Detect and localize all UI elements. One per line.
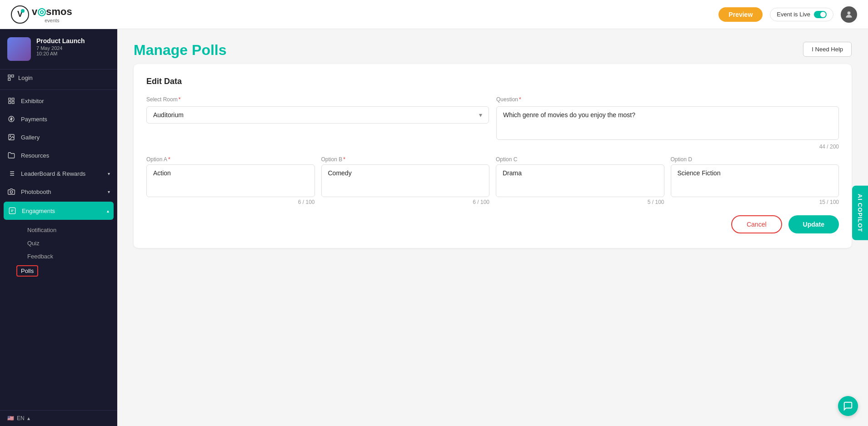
required-star-question: * (519, 96, 521, 103)
gallery-label: Gallery (21, 134, 40, 141)
leaderboard-icon (7, 169, 15, 178)
live-toggle-switch[interactable] (814, 11, 827, 18)
svg-point-10 (10, 136, 11, 137)
logo-text-group: v◎smos events (32, 6, 72, 23)
leaderboard-label: LeaderBoard & Rewards (21, 170, 85, 177)
dropdown-chevron-icon: ▾ (479, 111, 482, 119)
user-avatar[interactable] (841, 6, 857, 23)
svg-rect-2 (11, 75, 14, 77)
exhibitor-label: Exhibitor (21, 98, 44, 104)
sidebar-sub-item-polls[interactable]: Polls (16, 265, 38, 277)
sidebar-item-leaderboard[interactable]: LeaderBoard & Rewards ▾ (0, 164, 117, 183)
resources-icon (7, 151, 15, 159)
flag-icon: 🇺🇸 (7, 415, 14, 421)
chat-bubble-button[interactable] (838, 396, 858, 416)
select-room-field: Select Room * Auditorium ▾ (146, 96, 489, 150)
sidebar: Product Launch 7 May 2024 10:20 AM Login… (0, 29, 117, 426)
option-b-char-count: 6 / 100 (321, 199, 490, 205)
option-d-field: Option D Science Fiction 15 / 100 (671, 156, 839, 205)
question-char-count: 44 / 200 (496, 144, 839, 150)
option-c-input[interactable]: Drama (496, 164, 664, 197)
question-textarea[interactable]: Which genre of movies do you enjoy the m… (503, 111, 832, 133)
cancel-button[interactable]: Cancel (731, 215, 782, 233)
engagements-chevron-up-icon: ▴ (107, 208, 109, 213)
option-c-label: Option C (496, 156, 664, 163)
polls-sub-wrapper: Polls (20, 263, 117, 279)
page-title: Manage Polls (134, 42, 227, 59)
payments-icon (7, 115, 15, 123)
engagements-label: Engagments (22, 208, 55, 214)
event-date: 7 May 2024 (36, 45, 110, 51)
event-live-label: Event is Live (777, 11, 810, 18)
sidebar-sub-item-quiz[interactable]: Quiz (20, 237, 117, 250)
preview-button[interactable]: Preview (718, 7, 763, 22)
edit-data-section: Edit Data Select Room * Auditorium ▾ Que… (134, 64, 852, 248)
svg-rect-5 (12, 98, 14, 100)
lang-code: EN (17, 415, 25, 421)
select-room-label: Select Room * (146, 96, 489, 103)
svg-point-11 (10, 191, 12, 193)
question-textarea-wrapper: Which genre of movies do you enjoy the m… (496, 106, 839, 140)
required-star-room: * (179, 96, 181, 103)
option-a-char-count: 6 / 100 (146, 199, 315, 205)
main-layout: Product Launch 7 May 2024 10:20 AM Login… (0, 29, 868, 426)
gallery-icon (7, 133, 15, 141)
option-a-input[interactable]: Action (146, 164, 315, 197)
room-question-row: Select Room * Auditorium ▾ Question * Wh… (146, 96, 839, 150)
logo-brand: v◎smos (32, 6, 72, 18)
sidebar-item-resources[interactable]: Resources (0, 146, 117, 164)
leaderboard-chevron-down-icon: ▾ (108, 171, 110, 176)
question-label: Question * (496, 96, 839, 103)
event-live-toggle[interactable]: Event is Live (770, 8, 833, 21)
sidebar-sub-item-feedback[interactable]: Feedback (20, 250, 117, 263)
logo-icon: V (11, 5, 29, 24)
engagements-icon (8, 207, 16, 215)
ai-copilot-tab[interactable]: AI COPILOT (852, 186, 868, 240)
option-a-label: Option A * (146, 156, 315, 163)
option-d-char-count: 15 / 100 (671, 199, 839, 205)
option-d-input[interactable]: Science Fiction (671, 164, 839, 197)
required-star-a: * (168, 156, 170, 163)
top-navigation: V v◎smos events Preview Event is Live (0, 0, 868, 29)
engagements-sub-menu: Notification Quiz Feedback Polls (0, 221, 117, 282)
event-card: Product Launch 7 May 2024 10:20 AM (0, 29, 117, 69)
update-button[interactable]: Update (788, 215, 839, 233)
language-selector[interactable]: 🇺🇸 EN ▴ (0, 410, 117, 426)
content-header: Manage Polls I Need Help (117, 29, 868, 64)
login-label: Login (18, 74, 33, 81)
login-button[interactable]: Login (0, 69, 117, 88)
logo: V v◎smos events (11, 5, 72, 24)
sidebar-item-gallery[interactable]: Gallery (0, 128, 117, 146)
option-b-field: Option B * Comedy 6 / 100 (321, 156, 490, 205)
option-d-label: Option D (671, 156, 839, 163)
svg-rect-12 (9, 208, 15, 213)
photobooth-label: Photobooth (21, 188, 51, 195)
svg-rect-6 (9, 101, 11, 104)
help-button[interactable]: I Need Help (803, 42, 852, 57)
svg-point-0 (848, 11, 851, 15)
option-a-field: Option A * Action 6 / 100 (146, 156, 315, 205)
event-time: 10:20 AM (36, 51, 110, 56)
svg-rect-1 (8, 75, 10, 77)
required-star-b: * (343, 156, 345, 163)
svg-rect-4 (9, 98, 11, 100)
action-row: Cancel Update (146, 215, 839, 233)
event-info: Product Launch 7 May 2024 10:20 AM (36, 37, 110, 56)
photobooth-icon (7, 188, 15, 196)
content-area: Manage Polls I Need Help Edit Data Selec… (117, 29, 868, 426)
event-name: Product Launch (36, 37, 110, 45)
sidebar-item-engagements[interactable]: Engagments ▴ (4, 202, 114, 220)
svg-rect-3 (8, 78, 10, 80)
event-thumbnail (7, 37, 31, 61)
question-field: Question * Which genre of movies do you … (496, 96, 839, 150)
options-row: Option A * Action 6 / 100 Option B * Com… (146, 156, 839, 205)
photobooth-chevron-down-icon: ▾ (108, 189, 110, 194)
grid-icon (7, 97, 15, 105)
sidebar-sub-item-notification[interactable]: Notification (20, 223, 117, 237)
option-c-char-count: 5 / 100 (496, 199, 664, 205)
sidebar-item-photobooth[interactable]: Photobooth ▾ (0, 183, 117, 201)
sidebar-item-exhibitor[interactable]: Exhibitor (0, 92, 117, 110)
sidebar-item-payments[interactable]: Payments (0, 110, 117, 128)
option-b-input[interactable]: Comedy (321, 164, 490, 197)
select-room-input[interactable]: Auditorium ▾ (146, 106, 489, 124)
